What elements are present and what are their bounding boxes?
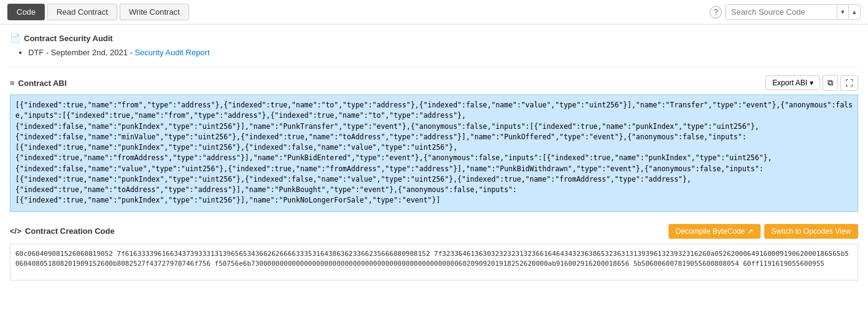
document-icon: 📄 <box>10 33 20 43</box>
search-box: ▾ ▴ <box>726 4 861 20</box>
fullscreen-abi-button[interactable]: ⛶ <box>840 75 858 91</box>
creation-title: Contract Creation Code <box>25 226 115 236</box>
abi-title-area: ≡ Contract ABI <box>10 79 67 88</box>
switch-opcodes-button[interactable]: Switch to Opcodes View <box>764 224 858 239</box>
code-icon: </> <box>10 226 21 236</box>
tab-write-contract[interactable]: Write Contract <box>120 4 189 20</box>
abi-title: Contract ABI <box>18 79 67 88</box>
chevron-down-icon[interactable]: ▾ <box>837 6 848 18</box>
nav-tabs: Code Read Contract Write Contract <box>7 4 189 20</box>
main-content: 📄 Contract Security Audit DTF - Septembe… <box>0 25 868 289</box>
tab-read-contract[interactable]: Read Contract <box>47 4 117 20</box>
export-abi-label: Export ABI <box>772 79 807 87</box>
divider-1 <box>10 67 858 68</box>
creation-header: </> Contract Creation Code Decompile Byt… <box>10 224 858 239</box>
help-icon[interactable]: ? <box>710 6 722 18</box>
nav-right: ? ▾ ▴ <box>710 4 861 20</box>
abi-header: ≡ Contract ABI Export ABI ▾ ⧉ ⛶ <box>10 75 858 91</box>
abi-section: ≡ Contract ABI Export ABI ▾ ⧉ ⛶ [{"index… <box>10 75 858 212</box>
decompile-bytecode-button[interactable]: Decompile ByteCode ↗ <box>668 224 761 239</box>
copy-abi-button[interactable]: ⧉ <box>823 75 838 91</box>
chevron-up-icon[interactable]: ▴ <box>848 6 860 18</box>
abi-content[interactable]: [{"indexed":true,"name":"from","type":"a… <box>10 95 858 212</box>
bytecode-content[interactable]: 60c060409081526060819052 7f6163333961663… <box>10 244 858 280</box>
export-abi-button[interactable]: Export ABI ▾ <box>765 75 820 90</box>
creation-controls: Decompile ByteCode ↗ Switch to Opcodes V… <box>668 224 858 239</box>
search-input[interactable] <box>726 5 837 19</box>
audit-item-text: DTF - September 2nd, 2021 - <box>28 48 134 57</box>
creation-title-area: </> Contract Creation Code <box>10 226 115 236</box>
top-nav: Code Read Contract Write Contract ? ▾ ▴ <box>0 0 868 25</box>
list-icon: ≡ <box>10 79 15 88</box>
security-audit-report-link[interactable]: Security Audit Report <box>134 48 209 57</box>
security-audit-section: 📄 Contract Security Audit <box>10 33 858 43</box>
audit-list-item: DTF - September 2nd, 2021 - Security Aud… <box>28 48 858 57</box>
creation-section: </> Contract Creation Code Decompile Byt… <box>10 224 858 280</box>
tab-code[interactable]: Code <box>7 4 45 20</box>
dropdown-arrow-icon: ▾ <box>810 79 813 87</box>
security-audit-title: Contract Security Audit <box>24 34 113 43</box>
audit-list: DTF - September 2nd, 2021 - Security Aud… <box>10 48 858 57</box>
abi-controls: Export ABI ▾ ⧉ ⛶ <box>765 75 858 91</box>
